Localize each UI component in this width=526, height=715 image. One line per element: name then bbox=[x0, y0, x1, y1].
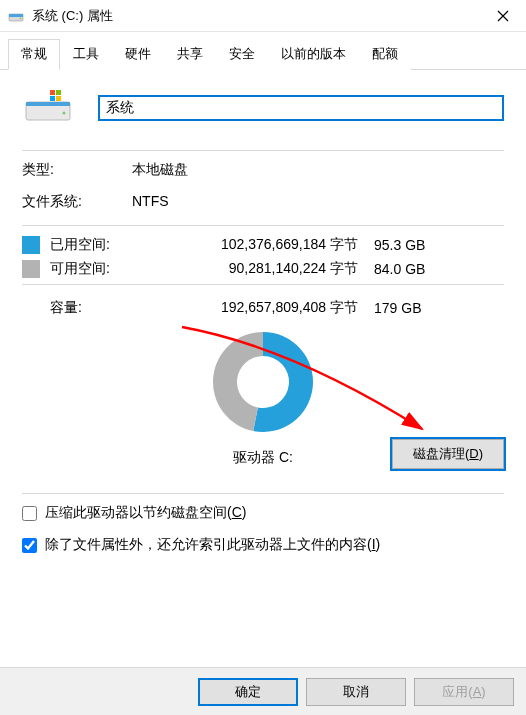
capacity-bytes: 192,657,809,408 字节 bbox=[158, 299, 358, 317]
used-gb: 95.3 GB bbox=[366, 237, 446, 253]
fs-value: NTFS bbox=[132, 193, 504, 211]
tab-general[interactable]: 常规 bbox=[8, 39, 60, 70]
compress-checkbox[interactable] bbox=[22, 506, 37, 521]
tab-hardware[interactable]: 硬件 bbox=[112, 39, 164, 70]
used-swatch bbox=[22, 236, 40, 254]
tab-previous[interactable]: 以前的版本 bbox=[268, 39, 359, 70]
capacity-gb: 179 GB bbox=[366, 300, 446, 316]
title-bar: 系统 (C:) 属性 bbox=[0, 0, 526, 32]
tab-quota[interactable]: 配额 bbox=[359, 39, 411, 70]
svg-rect-7 bbox=[56, 90, 61, 95]
svg-point-2 bbox=[20, 17, 22, 19]
ok-button[interactable]: 确定 bbox=[198, 678, 298, 706]
free-gb: 84.0 GB bbox=[366, 261, 446, 277]
close-button[interactable] bbox=[480, 0, 526, 32]
drive-icon bbox=[8, 8, 24, 24]
tab-security[interactable]: 安全 bbox=[216, 39, 268, 70]
drive-name-input[interactable] bbox=[98, 95, 504, 121]
fs-label: 文件系统: bbox=[22, 193, 132, 211]
svg-rect-9 bbox=[56, 96, 61, 101]
index-checkbox-row[interactable]: 除了文件属性外，还允许索引此驱动器上文件的内容(I) bbox=[22, 536, 504, 554]
dialog-footer: 确定 取消 应用(A) bbox=[0, 667, 526, 715]
cancel-button[interactable]: 取消 bbox=[306, 678, 406, 706]
free-bytes: 90,281,140,224 字节 bbox=[158, 260, 358, 278]
svg-rect-8 bbox=[50, 96, 55, 101]
separator bbox=[22, 284, 504, 285]
type-value: 本地磁盘 bbox=[132, 161, 504, 179]
apply-button[interactable]: 应用(A) bbox=[414, 678, 514, 706]
disk-cleanup-button[interactable]: 磁盘清理(D) bbox=[392, 439, 504, 469]
svg-point-5 bbox=[63, 112, 66, 115]
index-checkbox[interactable] bbox=[22, 538, 37, 553]
svg-rect-1 bbox=[9, 14, 23, 17]
tab-sharing[interactable]: 共享 bbox=[164, 39, 216, 70]
tab-strip: 常规 工具 硬件 共享 安全 以前的版本 配额 bbox=[0, 32, 526, 70]
tab-tools[interactable]: 工具 bbox=[60, 39, 112, 70]
compress-checkbox-row[interactable]: 压缩此驱动器以节约磁盘空间(C) bbox=[22, 504, 504, 522]
svg-rect-4 bbox=[26, 102, 70, 106]
used-bytes: 102,376,669,184 字节 bbox=[158, 236, 358, 254]
drive-large-icon bbox=[24, 88, 72, 128]
type-label: 类型: bbox=[22, 161, 132, 179]
index-label: 除了文件属性外，还允许索引此驱动器上文件的内容(I) bbox=[45, 536, 380, 554]
used-label: 已用空间: bbox=[50, 236, 150, 254]
separator bbox=[22, 493, 504, 494]
free-swatch bbox=[22, 260, 40, 278]
capacity-label: 容量: bbox=[22, 299, 150, 317]
separator bbox=[22, 225, 504, 226]
free-label: 可用空间: bbox=[50, 260, 150, 278]
separator bbox=[22, 150, 504, 151]
svg-rect-6 bbox=[50, 90, 55, 95]
compress-label: 压缩此驱动器以节约磁盘空间(C) bbox=[45, 504, 246, 522]
window-title: 系统 (C:) 属性 bbox=[32, 7, 480, 25]
